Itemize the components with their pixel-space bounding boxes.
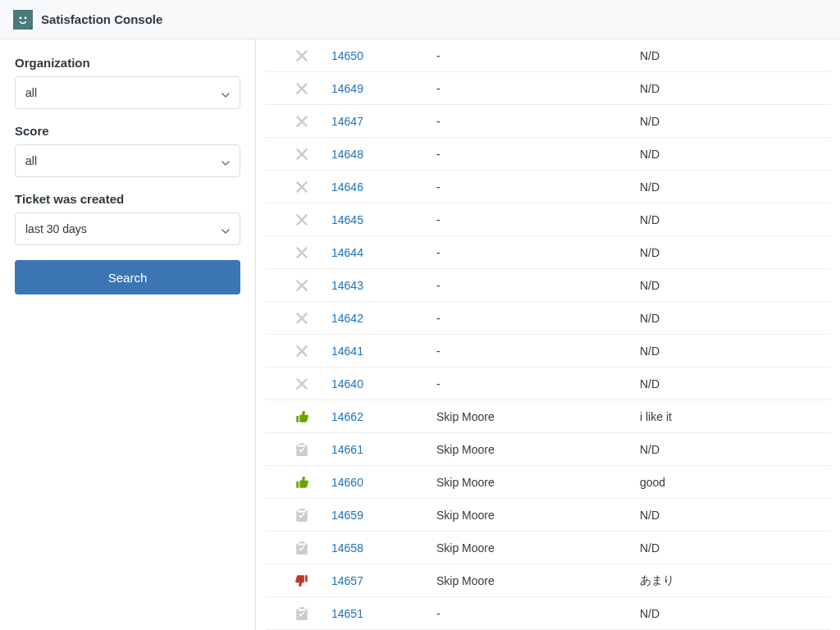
- table-row: 14640-N/D: [266, 368, 830, 400]
- clipboard-check-icon: [272, 606, 331, 621]
- comment-cell: N/D: [640, 246, 824, 259]
- ticket-link[interactable]: 14640: [331, 377, 363, 390]
- clipboard-check-icon: [272, 541, 331, 555]
- comment-cell: N/D: [640, 607, 824, 620]
- ticket-link[interactable]: 14661: [331, 443, 363, 456]
- ticket-link[interactable]: 14641: [331, 345, 363, 358]
- app-title: Satisfaction Console: [41, 12, 162, 26]
- unrated-cross-icon: [272, 114, 331, 129]
- score-value: all: [25, 154, 37, 167]
- chevron-down-icon: [221, 89, 230, 97]
- unrated-cross-icon: [272, 81, 331, 96]
- comment-cell: N/D: [640, 443, 824, 456]
- ticket-link[interactable]: 14648: [331, 148, 363, 161]
- clipboard-check-icon: [272, 508, 331, 523]
- unrated-cross-icon: [272, 377, 331, 391]
- table-row: 14659Skip MooreN/D: [266, 499, 830, 532]
- unrated-cross-icon: [272, 278, 331, 293]
- table-row: 14662Skip Moorei like it: [266, 400, 830, 433]
- unrated-cross-icon: [272, 212, 331, 227]
- table-row: 14645-N/D: [266, 203, 830, 236]
- unrated-cross-icon: [272, 245, 331, 260]
- requester-cell: -: [436, 377, 640, 390]
- table-row: 14660Skip Mooregood: [266, 466, 830, 499]
- ticket-link[interactable]: 14657: [331, 574, 363, 587]
- unrated-cross-icon: [272, 147, 331, 162]
- comment-cell: i like it: [640, 410, 824, 423]
- requester-cell: Skip Moore: [436, 574, 640, 587]
- requester-cell: Skip Moore: [436, 509, 640, 522]
- table-row: 14644-N/D: [266, 236, 830, 269]
- comment-cell: N/D: [640, 115, 824, 128]
- requester-cell: Skip Moore: [436, 410, 640, 423]
- table-row: 14641-N/D: [266, 335, 830, 368]
- score-select[interactable]: all: [15, 144, 240, 177]
- comment-cell: N/D: [640, 148, 824, 161]
- svg-point-0: [20, 16, 22, 19]
- requester-cell: -: [436, 115, 640, 128]
- ticket-link[interactable]: 14645: [331, 213, 363, 226]
- requester-cell: -: [436, 246, 640, 259]
- app-header: Satisfaction Console: [0, 0, 840, 39]
- ticket-link[interactable]: 14662: [331, 410, 363, 423]
- comment-cell: N/D: [640, 49, 824, 62]
- comment-cell: N/D: [640, 345, 824, 358]
- svg-point-1: [25, 16, 27, 19]
- table-row: 14658Skip MooreN/D: [266, 532, 830, 564]
- filter-sidebar: Organization all Score all Ticket was cr…: [0, 39, 256, 630]
- requester-cell: -: [436, 82, 640, 95]
- requester-cell: -: [436, 180, 640, 194]
- ticket-link[interactable]: 14643: [331, 279, 363, 292]
- ticket-link[interactable]: 14649: [331, 82, 363, 95]
- unrated-cross-icon: [272, 48, 331, 63]
- thumbs-up-icon: [272, 475, 331, 490]
- chevron-down-icon: [221, 157, 230, 165]
- comment-cell: N/D: [640, 377, 824, 390]
- requester-cell: -: [436, 312, 640, 325]
- ticket-link[interactable]: 14644: [331, 246, 363, 259]
- table-row: 14648-N/D: [266, 138, 830, 171]
- requester-cell: Skip Moore: [436, 476, 640, 489]
- chevron-down-icon: [221, 225, 230, 233]
- comment-cell: N/D: [640, 213, 824, 226]
- comment-cell: N/D: [640, 279, 824, 292]
- thumbs-down-icon: [272, 573, 331, 588]
- ticket-link[interactable]: 14659: [331, 509, 363, 522]
- table-row: 14651-N/D: [266, 597, 830, 630]
- table-row: 14642-N/D: [266, 302, 830, 335]
- table-row: 14661Skip MooreN/D: [266, 433, 830, 466]
- organization-select[interactable]: all: [15, 76, 240, 109]
- created-value: last 30 days: [25, 222, 87, 235]
- clipboard-check-icon: [272, 442, 331, 457]
- created-select[interactable]: last 30 days: [15, 212, 240, 245]
- ticket-link[interactable]: 14647: [331, 115, 363, 128]
- ticket-link[interactable]: 14658: [331, 541, 363, 555]
- comment-cell: N/D: [640, 509, 824, 522]
- unrated-cross-icon: [272, 311, 331, 326]
- ticket-link[interactable]: 14646: [331, 180, 363, 194]
- table-row: 14649-N/D: [266, 72, 830, 105]
- organization-label: Organization: [15, 56, 240, 70]
- requester-cell: Skip Moore: [436, 541, 640, 555]
- comment-cell: N/D: [640, 312, 824, 325]
- unrated-cross-icon: [272, 344, 331, 358]
- comment-cell: N/D: [640, 82, 824, 95]
- requester-cell: -: [436, 213, 640, 226]
- table-row: 14646-N/D: [266, 171, 830, 203]
- table-row: 14643-N/D: [266, 269, 830, 302]
- ticket-link[interactable]: 14660: [331, 476, 363, 489]
- ticket-link[interactable]: 14642: [331, 312, 363, 325]
- table-row: 14657Skip Mooreあまり: [266, 564, 830, 597]
- table-row: 14650-N/D: [266, 39, 830, 72]
- organization-value: all: [25, 86, 37, 99]
- table-row: 14647-N/D: [266, 105, 830, 138]
- search-button[interactable]: Search: [15, 260, 240, 294]
- comment-cell: N/D: [640, 180, 824, 194]
- app-logo-icon: [13, 10, 33, 30]
- ticket-link[interactable]: 14650: [331, 49, 363, 62]
- ticket-link[interactable]: 14651: [331, 607, 363, 620]
- requester-cell: -: [436, 345, 640, 358]
- comment-cell: あまり: [640, 573, 824, 588]
- requester-cell: -: [436, 279, 640, 292]
- requester-cell: -: [436, 49, 640, 62]
